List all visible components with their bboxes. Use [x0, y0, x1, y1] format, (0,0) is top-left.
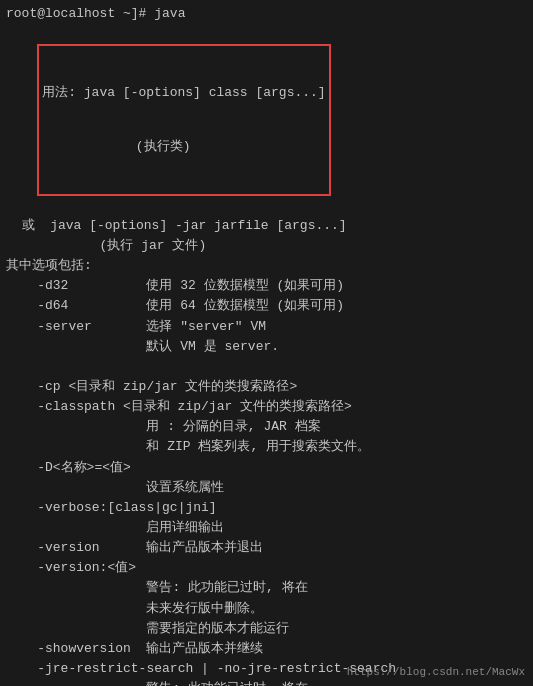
option-verbose-desc: 启用详细输出: [6, 518, 527, 538]
option-cp: -cp <目录和 zip/jar 文件的类搜索路径>: [6, 377, 527, 397]
blank-1: [6, 357, 527, 377]
usage-line-2: (执行类): [42, 138, 325, 156]
usage-line-1: 用法: java [-options] class [args...]: [42, 84, 325, 102]
option-version: -version 输出产品版本并退出: [6, 538, 527, 558]
option-server-desc: 默认 VM 是 server.: [6, 337, 527, 357]
option-showversion: -showversion 输出产品版本并继续: [6, 639, 527, 659]
usage-highlighted: 用法: java [-options] class [args...] (执行类…: [6, 24, 527, 216]
option-classpath: -classpath <目录和 zip/jar 文件的类搜索路径>: [6, 397, 527, 417]
options-header: 其中选项包括:: [6, 256, 527, 276]
option-D-desc: 设置系统属性: [6, 478, 527, 498]
watermark: https://blog.csdn.net/MacWx: [347, 666, 525, 678]
option-version-val-3: 未来发行版中删除。: [6, 599, 527, 619]
usage-jar-2: (执行 jar 文件): [6, 236, 527, 256]
terminal-window: root@localhost ~]# java 用法: java [-optio…: [0, 0, 533, 686]
option-verbose: -verbose:[class|gc|jni]: [6, 498, 527, 518]
option-classpath-3: 和 ZIP 档案列表, 用于搜索类文件。: [6, 437, 527, 457]
option-version-val-2: 警告: 此功能已过时, 将在: [6, 578, 527, 598]
option-d32: -d32 使用 32 位数据模型 (如果可用): [6, 276, 527, 296]
option-classpath-2: 用 : 分隔的目录, JAR 档案: [6, 417, 527, 437]
option-version-val-4: 需要指定的版本才能运行: [6, 619, 527, 639]
prompt-line: root@localhost ~]# java: [6, 4, 527, 24]
option-jre-restrict-2: 警告: 此功能已过时, 将在: [6, 679, 527, 686]
option-d64: -d64 使用 64 位数据模型 (如果可用): [6, 296, 527, 316]
option-server: -server 选择 "server" VM: [6, 317, 527, 337]
usage-jar-1: 或 java [-options] -jar jarfile [args...]: [6, 216, 527, 236]
option-D: -D<名称>=<值>: [6, 458, 527, 478]
option-version-val: -version:<值>: [6, 558, 527, 578]
